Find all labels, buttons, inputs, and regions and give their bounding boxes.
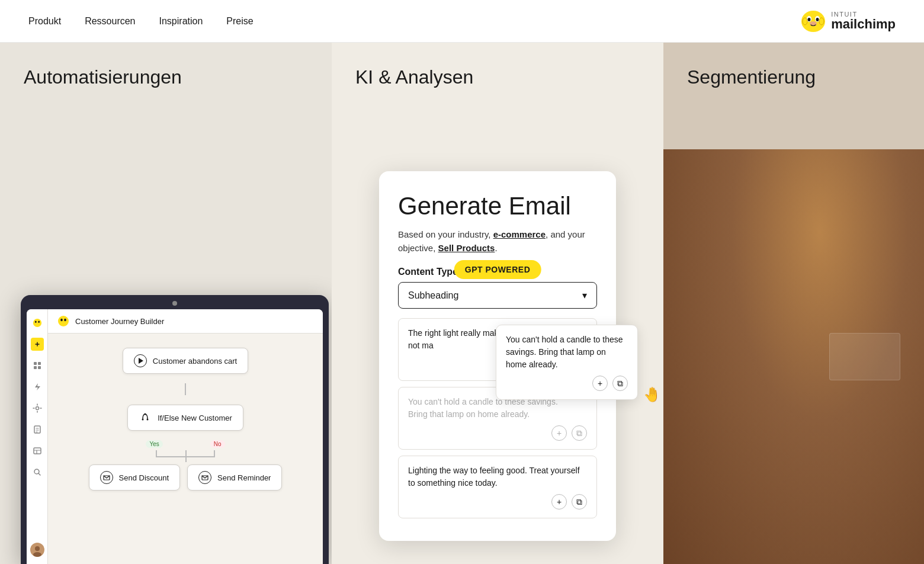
- split-labels: Yes No: [146, 440, 224, 448]
- svg-point-28: [147, 419, 149, 421]
- nav-inspiration[interactable]: Inspiration: [159, 16, 203, 27]
- laptop-sidebar: [27, 309, 48, 564]
- gpt-card-title: Generate Email: [398, 193, 597, 220]
- chevron-down-icon: ▾: [582, 290, 587, 301]
- suggestion-2-copy-btn[interactable]: ⧉: [572, 425, 587, 441]
- tooltip-text: You can't hold a candle to these savings…: [506, 335, 623, 369]
- content-type-value: Subheading: [408, 290, 458, 301]
- svg-point-7: [819, 18, 824, 25]
- condition-node[interactable]: If/Else New Customer: [127, 405, 243, 431]
- main-sections: Automatisierungen: [0, 43, 924, 564]
- laptop-screen: Customer Journey Builder Customer abando…: [27, 309, 323, 564]
- section3-title: Segmentierung: [663, 66, 924, 112]
- section2-title: KI & Analysen: [332, 66, 497, 112]
- tooltip-actions: + ⧉: [506, 376, 628, 391]
- suggestion-3-plus-btn[interactable]: +: [551, 494, 567, 509]
- suggestion-tooltip: You can't hold a candle to these savings…: [496, 325, 638, 400]
- split-yes-label: Yes: [146, 440, 162, 448]
- svg-rect-15: [38, 366, 41, 369]
- suggestion-3-actions: + ⧉: [408, 494, 587, 509]
- action-discount-label: Send Discount: [119, 473, 169, 482]
- gpt-badge: GPT POWERED: [454, 260, 541, 279]
- hand-cursor-icon: 🤚: [643, 384, 661, 405]
- svg-point-10: [38, 321, 40, 323]
- sidebar-doc-icon[interactable]: [31, 423, 44, 436]
- navigation: Produkt Ressourcen Inspiration Preise IN…: [0, 0, 924, 43]
- sidebar-settings-icon[interactable]: [31, 402, 44, 415]
- svg-point-26: [145, 414, 146, 415]
- suggestion-3[interactable]: Lighting the way to feeling good. Treat …: [398, 456, 597, 518]
- suggestion-3-text: Lighting the way to feeling good. Treat …: [408, 466, 580, 488]
- mail-discount-icon: [100, 471, 113, 484]
- section-ki-analysen: KI & Analysen GPT POWERED Generate Email…: [332, 43, 663, 564]
- suggestion-3-copy-btn[interactable]: ⧉: [572, 494, 587, 509]
- desc-pre: Based on your industry,: [398, 229, 493, 239]
- trigger-node[interactable]: Customer abandons cart: [123, 348, 248, 374]
- suggestion-2-plus-btn[interactable]: +: [551, 425, 567, 441]
- action-reminder-node[interactable]: Send Reminder: [187, 464, 282, 491]
- svg-point-21: [33, 552, 41, 557]
- suggestion-2-line2: Bring that lamp on home already.: [408, 409, 530, 419]
- svg-point-9: [35, 321, 37, 323]
- desc-post: .: [495, 243, 497, 253]
- desc-link1[interactable]: e-commerce: [493, 229, 546, 239]
- nav-links: Produkt Ressourcen Inspiration Preise: [28, 16, 254, 27]
- topbar-title: Customer Journey Builder: [75, 317, 164, 326]
- laptop-mockup: Customer Journey Builder Customer abando…: [18, 295, 332, 564]
- suggestion-2-actions: + ⧉: [408, 425, 587, 441]
- split-no-label: No: [210, 440, 225, 448]
- logo[interactable]: INTUIT mailchimp: [800, 8, 896, 34]
- desc-link2[interactable]: Sell Products: [438, 243, 495, 253]
- tooltip-copy-btn[interactable]: ⧉: [612, 376, 628, 391]
- condition-label: If/Else New Customer: [158, 414, 232, 422]
- sidebar-table-icon[interactable]: [31, 444, 44, 457]
- section-automatisierungen: Automatisierungen: [0, 43, 332, 564]
- section-segmentierung: Segmentierung: [663, 43, 924, 564]
- sidebar-avatar[interactable]: [30, 543, 44, 557]
- trigger-label: Customer abandons cart: [153, 357, 237, 366]
- svg-rect-14: [34, 366, 37, 369]
- svg-marker-25: [139, 358, 143, 364]
- action-nodes: Send Discount Send Reminder: [89, 464, 283, 491]
- svg-point-8: [33, 319, 41, 327]
- svg-point-24: [64, 319, 66, 321]
- fork-icon: [139, 411, 152, 424]
- laptop-topbar: Customer Journey Builder: [48, 309, 323, 334]
- sidebar-mc-icon[interactable]: [31, 316, 44, 329]
- gpt-card: Generate Email Based on your industry, e…: [379, 171, 616, 541]
- section3-photo: [663, 149, 924, 564]
- connector-v1: [185, 383, 186, 395]
- nav-produkt[interactable]: Produkt: [28, 16, 61, 27]
- svg-rect-18: [34, 448, 41, 454]
- svg-point-16: [36, 407, 38, 410]
- suggestion-1[interactable]: The right light really makes a differenc…: [398, 318, 597, 381]
- sidebar-grid-icon[interactable]: [31, 359, 44, 372]
- action-discount-node[interactable]: Send Discount: [89, 464, 181, 491]
- laptop-outer: Customer Journey Builder Customer abando…: [21, 295, 329, 564]
- svg-point-6: [803, 18, 807, 25]
- sidebar-search-icon[interactable]: [31, 466, 44, 479]
- sidebar-journey-icon[interactable]: [31, 338, 44, 351]
- journey-content: Customer Journey Builder Customer abando…: [48, 309, 323, 564]
- sidebar-bolt-icon[interactable]: [31, 380, 44, 393]
- content-type-select[interactable]: Subheading ▾: [398, 282, 597, 309]
- split-section: Yes No: [57, 440, 313, 491]
- card-container: GPT POWERED Generate Email Based on your…: [332, 112, 663, 541]
- mail-reminder-icon: [198, 471, 211, 484]
- svg-point-3: [808, 18, 811, 21]
- action-reminder-label: Send Reminder: [217, 473, 271, 482]
- tooltip-plus-btn[interactable]: +: [592, 376, 608, 391]
- svg-point-22: [58, 316, 69, 326]
- journey-canvas: Customer abandons cart: [48, 334, 323, 505]
- svg-rect-12: [34, 362, 37, 365]
- svg-rect-13: [38, 362, 41, 365]
- svg-point-4: [816, 18, 819, 21]
- svg-point-23: [60, 319, 63, 321]
- split-lines: [126, 450, 245, 462]
- svg-point-27: [142, 419, 144, 421]
- nav-ressourcen[interactable]: Ressourcen: [85, 16, 135, 27]
- nav-preise[interactable]: Preise: [226, 16, 253, 27]
- svg-point-20: [35, 546, 40, 551]
- mailchimp-monkey-icon: [800, 8, 826, 34]
- trigger-icon: [134, 354, 147, 367]
